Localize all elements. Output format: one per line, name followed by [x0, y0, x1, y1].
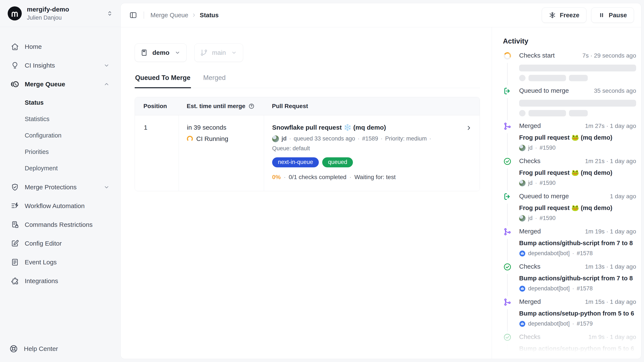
sidebar-item-label: Workflow Automation [25, 202, 84, 210]
check-circle-icon [503, 333, 512, 342]
sidebar-subitem-label: Priorities [25, 148, 49, 156]
activity-event-title: Queued to merge [519, 192, 569, 200]
repository-icon [140, 49, 148, 57]
page-header: Merge Queue Status Freeze [120, 3, 641, 27]
dot-separator: · [535, 215, 537, 222]
activity-author: jd [528, 180, 532, 187]
avatar [519, 145, 526, 151]
activity-pr-title[interactable]: Bump actions/github-script from 7 to 8 [519, 239, 636, 247]
ci-status-label: CI Running [196, 135, 228, 143]
org-switcher[interactable]: mergify-demo Julien Danjou [0, 0, 120, 27]
sidebar-item-merge-queue[interactable]: Merge Queue [6, 76, 115, 93]
activity-pr-meta: dependabot[bot] · #1578 [519, 250, 636, 257]
chevron-up-icon [103, 81, 110, 87]
activity-timestamp: 1m 19s · 1 day ago [585, 228, 636, 235]
sidebar-subitem-configuration[interactable]: Configuration [6, 127, 115, 144]
activity-pr-title[interactable]: Bump actions/setup-python from 5 to 6 [519, 345, 636, 352]
checks-completed: 0/1 checks completed [289, 173, 346, 181]
freeze-button[interactable]: Freeze [542, 8, 586, 23]
row-eta: in 39 seconds CI Running [178, 115, 264, 191]
pr-meta: jd · queued 33 seconds ago · #1589 · Pri… [272, 135, 458, 142]
breadcrumb-chevron-icon [191, 12, 197, 18]
sidebar-item-ci-insights[interactable]: CI Insights [6, 57, 115, 74]
help-circle-icon[interactable] [248, 103, 255, 109]
activity-item: Merged 1m 19s · 1 day ago Bump actions/g… [503, 227, 636, 262]
pause-icon [598, 12, 605, 19]
sidebar-item-workflow-automation[interactable]: Workflow Automation [6, 197, 115, 214]
dot-separator: · [289, 135, 291, 142]
queue-table: Position Est. time until merge Pull Requ… [135, 97, 480, 191]
table-row[interactable]: 1 in 39 seconds CI Running Snowflake pul… [135, 115, 480, 191]
activity-pr-title[interactable]: Frog pull request 🐸 (mq demo) [519, 204, 636, 212]
freeze-label: Freeze [560, 12, 580, 19]
sidebar-subitem-status[interactable]: Status [6, 95, 115, 111]
sidebar-item-merge-protections[interactable]: Merge Protections [6, 179, 115, 196]
activity-item: Queued to merge 1 day ago Frog pull requ… [503, 192, 636, 227]
activity-pr-title[interactable]: Frog pull request 🐸 (mq demo) [519, 169, 636, 177]
branch-select[interactable]: main [194, 44, 243, 62]
org-name: mergify-demo [27, 5, 69, 14]
help-center-label: Help Center [24, 345, 58, 353]
sidebar-item-commands-restrictions[interactable]: Commands Restrictions [6, 216, 115, 233]
breadcrumb-parent[interactable]: Merge Queue [150, 11, 188, 19]
filters: demo main [135, 44, 492, 62]
home-icon [11, 43, 19, 51]
activity-event-title: Checks [519, 333, 540, 341]
sidebar-item-label: Merge Protections [25, 183, 76, 191]
document-lines-icon [11, 258, 19, 266]
activity-pr-title[interactable]: Frog pull request 🐸 (mq demo) [519, 134, 636, 141]
sidebar-item-label: CI Insights [25, 61, 55, 70]
branch-value: main [212, 49, 226, 57]
sidebar-item-integrations[interactable]: Integrations [6, 272, 115, 289]
workflow-automation-icon [11, 202, 19, 210]
dot-separator: · [572, 320, 574, 327]
chevron-right-icon[interactable] [465, 124, 472, 132]
sidebar-nav: Home CI Insights [0, 27, 120, 344]
sidebar-item-label: Config Editor [25, 239, 62, 247]
activity-item: Checks 1m 13s · 1 day ago Bump actions/g… [503, 262, 636, 298]
sidebar-subitem-label: Configuration [25, 132, 62, 139]
activity-pr-number: #1590 [540, 144, 556, 152]
header-actions: Freeze Pause [542, 8, 634, 23]
chevron-down-icon [103, 62, 110, 69]
activity-pr-number: #1579 [577, 355, 593, 359]
tab-merged[interactable]: Merged [203, 74, 226, 88]
activity-event-title: Merged [519, 122, 541, 130]
sidebar-subitem-label: Statistics [25, 115, 50, 123]
activity-pr-title[interactable]: Bump actions/setup-python from 5 to 6 [519, 309, 636, 317]
activity-event-title: Merged [519, 227, 541, 235]
breadcrumb-current: Status [200, 11, 219, 19]
chevron-down-icon [103, 184, 110, 190]
sidebar-item-event-logs[interactable]: Event Logs [6, 254, 115, 271]
activity-author: dependabot[bot] [528, 320, 570, 327]
activity-event-title: Checks start [519, 51, 555, 60]
lightbulb-icon [11, 61, 19, 70]
activity-timestamp: 7s · 29 seconds ago [582, 52, 636, 59]
queue-tabs: Queued To Merge Merged [135, 74, 480, 88]
sidebar-toggle-icon[interactable] [129, 11, 137, 19]
activity-author: dependabot[bot] [528, 285, 570, 292]
dependabot-icon [519, 321, 526, 327]
pause-button[interactable]: Pause [591, 8, 634, 23]
sidebar-subitem-priorities[interactable]: Priorities [6, 144, 115, 160]
repository-select[interactable]: demo [135, 44, 187, 62]
sidebar-subitem-statistics[interactable]: Statistics [6, 111, 115, 127]
sidebar-item-config-editor[interactable]: Config Editor [6, 235, 115, 252]
queued-to-merge-icon [503, 192, 512, 201]
dot-separator: · [572, 285, 574, 292]
queued-to-merge-icon [503, 87, 512, 96]
chevron-down-icon [231, 50, 237, 56]
avatar [272, 135, 279, 142]
sidebar-item-home[interactable]: Home [6, 38, 115, 55]
tab-queued-to-merge[interactable]: Queued To Merge [135, 74, 191, 88]
activity-timestamp: 1m 9s · 1 day ago [588, 333, 636, 341]
help-center-link[interactable]: Help Center [0, 344, 120, 362]
activity-timestamp: 1m 13s · 1 day ago [585, 263, 636, 270]
activity-pr-title[interactable]: Bump actions/github-script from 7 to 8 [519, 274, 636, 282]
pr-title[interactable]: Snowflake pull request ❄️ (mq demo) [272, 123, 458, 132]
activity-author: jd [528, 215, 532, 222]
org-owner: Julien Danjou [27, 14, 69, 22]
sidebar-subitem-deployment[interactable]: Deployment [6, 160, 115, 177]
dot-separator: · [380, 135, 382, 142]
pr-author: jd [282, 135, 286, 142]
